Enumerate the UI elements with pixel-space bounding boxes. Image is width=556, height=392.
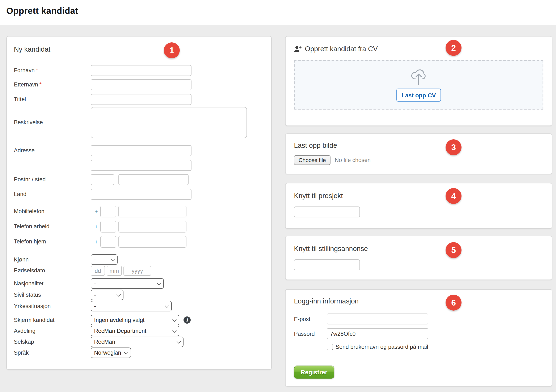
row-telefon-hjem: Telefon hjem + bbox=[14, 236, 264, 248]
fodselsdato-month-input[interactable] bbox=[107, 266, 122, 276]
land-input[interactable] bbox=[91, 189, 192, 200]
kjonn-select[interactable]: - bbox=[91, 254, 118, 265]
row-fodselsdato: Fødselsdato bbox=[14, 266, 264, 276]
row-epost: E-post bbox=[294, 314, 552, 324]
nasjonalitet-label: Nasjonalitet bbox=[14, 278, 91, 289]
send-credentials-row: Send brukernavn og passord på mail bbox=[327, 344, 552, 350]
send-credentials-label: Send brukernavn og passord på mail bbox=[336, 344, 428, 350]
link-to-jobad-panel: 5 Knytt til stillingsannonse bbox=[285, 236, 552, 280]
upload-cv-button[interactable]: Last opp CV bbox=[396, 89, 441, 102]
jobad-search-input[interactable] bbox=[294, 259, 360, 270]
create-from-cv-panel: 2 Opprett kandidat fra CV Last opp CV bbox=[285, 36, 552, 126]
step-badge-1: 1 bbox=[164, 42, 180, 58]
row-nasjonalitet: Nasjonalitet - bbox=[14, 278, 264, 289]
new-candidate-title: Ny kandidat bbox=[14, 45, 264, 53]
new-candidate-form: Fornavn* Etternavn* Tittel Beskrivelse A… bbox=[14, 65, 264, 358]
cv-panel-header: Opprett kandidat fra CV bbox=[294, 45, 552, 53]
land-label: Land bbox=[14, 189, 91, 200]
avdeling-select[interactable]: RecMan Department bbox=[91, 326, 179, 336]
phone-prefix-plus: + bbox=[94, 236, 98, 248]
page-header: Opprett kandidat bbox=[0, 0, 556, 25]
info-icon[interactable]: i bbox=[184, 317, 191, 324]
sprak-label: Språk bbox=[14, 347, 91, 358]
login-panel-title: Logg-inn informasjon bbox=[294, 297, 552, 305]
epost-label: E-post bbox=[294, 316, 327, 322]
row-avdeling: Avdeling RecMan Department bbox=[14, 326, 264, 336]
required-asterisk: * bbox=[39, 81, 42, 88]
selskap-select[interactable]: RecMan bbox=[91, 337, 184, 347]
choose-file-button[interactable]: Choose file bbox=[294, 155, 331, 165]
project-search-input[interactable] bbox=[294, 206, 360, 217]
adresse-inputs bbox=[91, 145, 192, 171]
link-to-project-panel: 4 Knytt til prosjekt bbox=[285, 183, 552, 229]
beskrivelse-textarea[interactable] bbox=[91, 107, 247, 138]
adresse-input-1[interactable] bbox=[91, 145, 192, 156]
telefon-hjem-number-input[interactable] bbox=[118, 236, 186, 248]
row-postnr-sted: Postnr / sted bbox=[14, 174, 264, 185]
telefon-arbeid-number-input[interactable] bbox=[118, 221, 186, 233]
adresse-label: Adresse bbox=[14, 145, 91, 156]
mobiltelefon-countrycode-input[interactable] bbox=[100, 206, 116, 217]
tittel-label: Tittel bbox=[14, 94, 91, 105]
project-panel-title: Knytt til prosjekt bbox=[294, 192, 552, 200]
skjerm-kandidat-select[interactable]: Ingen avdeling valgt bbox=[91, 315, 179, 325]
fodselsdato-year-input[interactable] bbox=[124, 266, 151, 276]
register-button[interactable]: Registrer bbox=[294, 366, 334, 378]
avdeling-select-wrap: RecMan Department bbox=[91, 326, 179, 336]
mobiltelefon-number-input[interactable] bbox=[118, 206, 186, 217]
row-land: Land bbox=[14, 189, 264, 200]
step-badge-6: 6 bbox=[446, 295, 462, 311]
postnr-sted-label: Postnr / sted bbox=[14, 174, 91, 185]
row-passord: Passord bbox=[294, 328, 552, 339]
yrkessituasjon-select-wrap: - bbox=[91, 301, 172, 311]
page: Opprett kandidat 1 Ny kandidat Fornavn* … bbox=[0, 0, 556, 392]
cloud-upload-icon bbox=[410, 66, 427, 86]
photo-panel-title: Last opp bilde bbox=[294, 142, 552, 149]
epost-input[interactable] bbox=[327, 314, 428, 324]
row-beskrivelse: Beskrivelse bbox=[14, 107, 264, 138]
row-fornavn: Fornavn* bbox=[14, 65, 264, 76]
etternavn-label-text: Etternavn bbox=[14, 81, 38, 88]
cv-dropzone[interactable]: Last opp CV bbox=[294, 60, 543, 110]
step-badge-2: 2 bbox=[446, 40, 462, 56]
avdeling-label: Avdeling bbox=[14, 326, 91, 336]
step-badge-5: 5 bbox=[446, 242, 462, 258]
adresse-input-2[interactable] bbox=[91, 160, 192, 171]
yrkessituasjon-select[interactable]: - bbox=[91, 301, 172, 311]
nasjonalitet-select[interactable]: - bbox=[91, 278, 164, 289]
file-input-row: Choose file No file chosen bbox=[294, 155, 552, 165]
kjonn-select-wrap: - bbox=[91, 254, 118, 265]
login-info-panel: 6 Logg-inn informasjon E-post Passord Se… bbox=[285, 289, 552, 386]
page-title: Opprett kandidat bbox=[0, 0, 556, 16]
row-tittel: Tittel bbox=[14, 94, 264, 105]
etternavn-input[interactable] bbox=[91, 79, 192, 90]
send-credentials-checkbox[interactable] bbox=[327, 344, 333, 350]
step-badge-3: 3 bbox=[446, 139, 462, 155]
sprak-select-wrap: Norwegian bbox=[91, 347, 131, 358]
mobiltelefon-label: Mobiltelefon bbox=[14, 206, 91, 217]
telefon-arbeid-label: Telefon arbeid bbox=[14, 221, 91, 233]
passord-input[interactable] bbox=[327, 328, 428, 339]
tittel-input[interactable] bbox=[91, 94, 192, 105]
row-etternavn: Etternavn* bbox=[14, 79, 264, 90]
telefon-hjem-countrycode-input[interactable] bbox=[100, 236, 116, 248]
sprak-select[interactable]: Norwegian bbox=[91, 347, 131, 358]
sivil-status-select[interactable]: - bbox=[91, 290, 124, 300]
skjerm-kandidat-select-wrap: Ingen avdeling valgt bbox=[91, 315, 179, 325]
row-kjonn: Kjønn - bbox=[14, 254, 264, 265]
row-sprak: Språk Norwegian bbox=[14, 347, 264, 358]
phone-prefix-plus: + bbox=[94, 221, 98, 233]
phone-prefix-plus: + bbox=[94, 206, 98, 217]
sted-input[interactable] bbox=[118, 174, 189, 185]
postnr-input[interactable] bbox=[91, 174, 114, 185]
selskap-label: Selskap bbox=[14, 337, 91, 347]
person-plus-icon bbox=[294, 45, 301, 52]
fornavn-input[interactable] bbox=[91, 65, 192, 76]
row-mobiltelefon: Mobiltelefon + bbox=[14, 206, 264, 217]
fodselsdato-day-input[interactable] bbox=[91, 266, 105, 276]
sivil-status-label: Sivil status bbox=[14, 290, 91, 300]
telefon-arbeid-countrycode-input[interactable] bbox=[100, 221, 116, 233]
row-yrkessituasjon: Yrkessituasjon - bbox=[14, 301, 264, 311]
skjerm-kandidat-label: Skjerm kandidat bbox=[14, 315, 91, 325]
passord-label: Passord bbox=[294, 331, 327, 337]
